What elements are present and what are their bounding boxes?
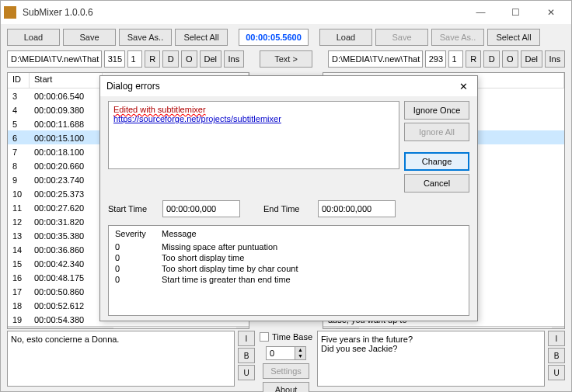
underline-button-r[interactable]: U — [548, 365, 565, 380]
count1-right[interactable]: 293 — [425, 50, 446, 68]
format-buttons-left: I B U — [238, 331, 255, 387]
error-row[interactable]: 0Missing space after puntuation — [109, 241, 469, 252]
start-time-label: Start Time — [108, 204, 158, 213]
settings-button[interactable]: Settings — [263, 363, 309, 379]
error-row[interactable]: 0Too short display time — [109, 252, 469, 263]
del-button-right[interactable]: Del — [521, 50, 542, 68]
h-scroll-right[interactable]: ◄ ► — [323, 326, 564, 329]
text-arrow-button[interactable]: Text > — [260, 50, 312, 68]
close-button[interactable]: ✕ — [533, 2, 568, 23]
count2-left[interactable]: 1 — [127, 50, 142, 68]
bold-button-r[interactable]: B — [548, 348, 565, 363]
load-button-left[interactable]: Load — [7, 29, 60, 46]
count2-right[interactable]: 1 — [448, 50, 463, 68]
selectall-button-right[interactable]: Select All — [487, 29, 540, 46]
o-button-left[interactable]: O — [181, 50, 197, 68]
save-button-left[interactable]: Save — [63, 29, 116, 46]
change-button[interactable]: Change — [404, 152, 469, 171]
col-id: ID — [8, 73, 30, 88]
edit-line1: Edited with subtitlemixer — [113, 105, 394, 114]
save-button-right[interactable]: Save — [375, 29, 428, 46]
timebase-label: Time Base — [272, 332, 312, 342]
path-field-right[interactable]: D:\MEDIA\TV.new\That — [328, 50, 423, 68]
h-scroll-left[interactable]: ◄ ► — [8, 326, 249, 329]
col-start: Start — [30, 73, 103, 88]
path-row: D:\MEDIA\TV.new\That 7 315 1 R D O Del I… — [1, 50, 571, 72]
o-button-right[interactable]: O — [502, 50, 518, 68]
italic-button-r[interactable]: I — [548, 331, 565, 346]
window-title: SubMixer 1.0.0.6 — [23, 7, 463, 18]
col-severity: Severity — [109, 227, 155, 240]
path-field-left[interactable]: D:\MEDIA\TV.new\That 7 — [7, 50, 102, 68]
spinbox[interactable]: 0 ▲▼ — [266, 346, 306, 360]
end-time-field[interactable]: 00:00:00,000 — [318, 200, 396, 217]
bold-button-l[interactable]: B — [238, 348, 255, 363]
timebase-check[interactable]: Time Base — [260, 331, 312, 343]
col-message: Message — [155, 227, 469, 240]
d-button-right[interactable]: D — [483, 50, 500, 68]
count1-left[interactable]: 315 — [104, 50, 125, 68]
dialog-titlebar: Dialog errors ✕ — [100, 76, 477, 96]
ignore-once-button[interactable]: Ignore Once — [404, 101, 469, 120]
end-time-label: End Time — [263, 204, 313, 213]
cancel-button[interactable]: Cancel — [404, 174, 469, 193]
error-row[interactable]: 0Start time is greater than end time — [109, 274, 469, 285]
dialog-errors-table[interactable]: Severity Message 0Missing space after pu… — [108, 225, 469, 316]
titlebar: SubMixer 1.0.0.6 — ☐ ✕ — [1, 1, 571, 24]
r-button-left[interactable]: R — [145, 50, 161, 68]
ins-button-right[interactable]: Ins — [545, 50, 565, 68]
checkbox-icon — [260, 332, 269, 342]
center-bottom: Time Base 0 ▲▼ Settings About — [258, 331, 314, 387]
dialog-errors: Dialog errors ✕ Edited with subtitlemixe… — [99, 75, 478, 321]
maximize-button[interactable]: ☐ — [498, 2, 533, 23]
dialog-edit-box[interactable]: Edited with subtitlemixer https://source… — [108, 101, 399, 169]
start-time-field[interactable]: 00:00:00,000 — [162, 200, 240, 217]
load-button-right[interactable]: Load — [319, 29, 372, 46]
saveas-button-right[interactable]: Save As.. — [431, 29, 484, 46]
about-button[interactable]: About — [263, 382, 309, 392]
subtitle-text-left[interactable]: No, esto concierne a Donna. — [7, 331, 235, 387]
toolbar: Load Save Save As.. Select All 00:00:05.… — [1, 24, 571, 50]
underline-button-l[interactable]: U — [238, 365, 255, 380]
subtitle-text-right[interactable]: Five years in the future? Did you see Ja… — [317, 331, 545, 387]
edit-line2: https://sourceforge.net/projects/subtitl… — [113, 114, 394, 123]
dialog-title: Dialog errors — [106, 81, 455, 92]
minimize-button[interactable]: — — [463, 2, 498, 23]
ignore-all-button[interactable]: Ignore All — [404, 123, 469, 141]
time-display: 00:00:05.5600 — [239, 29, 309, 46]
italic-button-l[interactable]: I — [238, 331, 255, 346]
del-button-left[interactable]: Del — [200, 50, 221, 68]
selectall-button-left[interactable]: Select All — [175, 29, 228, 46]
bottom-row: No, esto concierne a Donna. I B U Time B… — [1, 329, 571, 391]
saveas-button-left[interactable]: Save As.. — [119, 29, 172, 46]
app-icon — [4, 6, 16, 19]
error-row[interactable]: 0Too short display time by char count — [109, 263, 469, 274]
format-buttons-right: I B U — [548, 331, 565, 387]
r-button-right[interactable]: R — [466, 50, 482, 68]
ins-button-left[interactable]: Ins — [224, 50, 244, 68]
dialog-close-button[interactable]: ✕ — [455, 81, 471, 92]
d-button-left[interactable]: D — [162, 50, 179, 68]
